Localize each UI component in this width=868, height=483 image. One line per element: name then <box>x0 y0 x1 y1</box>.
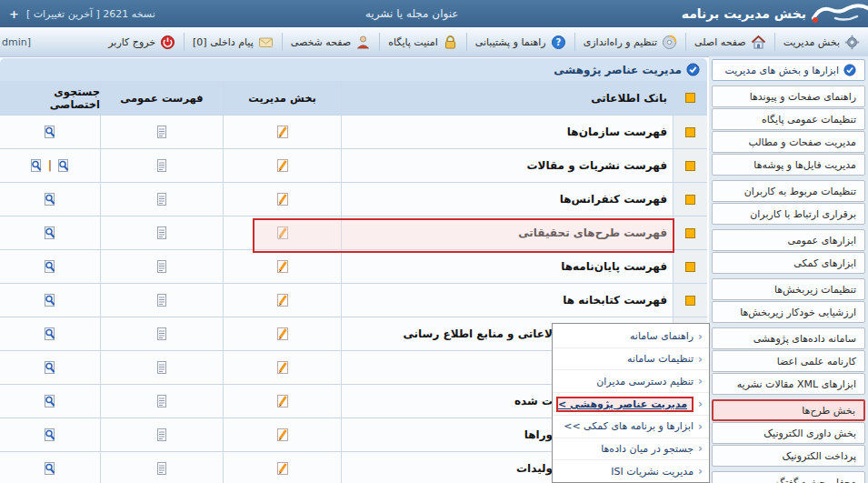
search-doc-icon[interactable] <box>29 158 44 173</box>
sidebar-item-projects-section[interactable]: بخش طرح‌ها <box>712 399 865 421</box>
search-doc-icon[interactable] <box>43 226 57 240</box>
edit-icon[interactable] <box>275 293 290 307</box>
edit-cell[interactable] <box>223 149 341 183</box>
document-icon[interactable] <box>155 192 169 206</box>
sidebar-item-files-folders[interactable]: مدیریت فایل‌ها و پوشه‌ها <box>712 154 865 176</box>
document-icon[interactable] <box>155 259 169 274</box>
sidebar-item-xml-tools[interactable]: ابزارهای XML مقالات نشریه <box>712 373 865 395</box>
search-cell[interactable] <box>0 351 100 385</box>
sidebar-item-auxiliary-tools[interactable]: ابزارهای کمکی <box>712 252 865 274</box>
version-text[interactable]: نسخه 2621 [ آخرین تغییرات ] <box>26 8 155 20</box>
search-cell[interactable] <box>0 385 100 418</box>
toolbar-item-internal-messages[interactable]: پیام داخلی [0] <box>184 33 282 51</box>
edit-cell[interactable] <box>223 385 341 418</box>
search-doc-icon[interactable] <box>43 259 57 274</box>
public-list-cell[interactable] <box>100 183 223 216</box>
table-row-label[interactable]: فهرست نشریات و مقالات <box>341 149 673 183</box>
edit-icon[interactable] <box>275 461 290 476</box>
table-row-label[interactable]: فهرست کنفرانس‌ها <box>341 183 673 216</box>
sidebar-item-general-tools[interactable]: ابزارهای عمومی <box>712 229 865 251</box>
sidebar-item-tools-sections[interactable]: ابزارها و بخش های مدیریت <box>712 59 865 81</box>
search-cell[interactable] <box>0 317 100 351</box>
menu-item-system-help[interactable]: ‹ راهنمای سامانه <box>553 326 709 347</box>
sidebar-item-subsection-evaluation[interactable]: ارزشیابی خودکار زیربخش‌ها <box>712 301 865 323</box>
toolbar-item-management-section[interactable]: بخش مدیریت <box>774 33 868 51</box>
document-icon[interactable] <box>155 327 169 341</box>
document-icon[interactable] <box>155 125 169 139</box>
sidebar-item-pages-links-guide[interactable]: راهنمای صفحات و پیوندها <box>712 86 865 107</box>
search-cell[interactable]: | <box>0 149 100 183</box>
toolbar-item-setup[interactable]: تنظیم و راه‌اندازی <box>574 33 685 51</box>
sidebar-item-user-settings[interactable]: تنظیمات مربوط به کاربران <box>712 180 865 202</box>
sidebar-item-members-cv[interactable]: کارنامه علمی اعضا <box>712 350 865 372</box>
search-cell[interactable] <box>0 116 100 149</box>
edit-icon[interactable] <box>275 428 290 442</box>
sidebar-item-general-settings[interactable]: تنظیمات عمومی پایگاه <box>712 108 865 130</box>
search-doc-icon[interactable] <box>43 360 57 375</box>
search-cell[interactable] <box>0 250 100 284</box>
table-row-research-projects[interactable]: فهرست طرح‌های تحقیقاتی <box>341 216 673 250</box>
search-cell[interactable] <box>0 284 100 317</box>
edit-cell[interactable] <box>223 317 341 351</box>
edit-icon[interactable] <box>275 158 290 173</box>
edit-cell[interactable] <box>223 418 341 452</box>
table-row-databank[interactable]: بانک اطلاعاتی <box>341 81 673 116</box>
edit-cell[interactable] <box>223 452 341 483</box>
toolbar-item-logout[interactable]: خروج کاربر <box>100 33 184 51</box>
public-list-cell[interactable] <box>100 116 223 149</box>
edit-cell[interactable] <box>223 116 341 149</box>
search-doc-icon[interactable] <box>43 428 57 442</box>
search-doc-icon[interactable] <box>43 192 57 206</box>
public-list-cell[interactable] <box>100 351 223 385</box>
menu-item-auxiliary-tools[interactable]: ‹ ابزارها و برنامه های کمکی >> <box>553 415 709 438</box>
sidebar-item-subsection-settings[interactable]: تنظیمات زیربخش‌ها <box>712 278 865 300</box>
edit-icon[interactable] <box>275 327 290 341</box>
search-doc-icon[interactable] <box>43 125 57 139</box>
menu-item-isi-journals[interactable]: ‹ مدیریت نشریات ISI <box>553 459 709 482</box>
sidebar-item-electronic-payment[interactable]: پرداخت الکترونیک <box>712 445 865 467</box>
edit-icon[interactable] <box>275 394 290 408</box>
public-list-cell[interactable] <box>100 284 223 317</box>
menu-item-data-search[interactable]: ‹ جستجو در میان داده‌ها <box>553 438 709 460</box>
document-icon[interactable] <box>155 394 169 408</box>
public-list-cell[interactable] <box>100 149 223 183</box>
document-icon[interactable] <box>155 428 169 442</box>
toolbar-item-personal-page[interactable]: صفحه شخصی <box>282 33 379 51</box>
search-cell[interactable] <box>0 452 100 483</box>
public-list-cell[interactable] <box>100 216 223 250</box>
edit-cell[interactable] <box>223 183 341 216</box>
public-list-cell[interactable] <box>100 317 223 351</box>
expand-plus-button[interactable]: + <box>9 7 19 21</box>
search-doc-icon[interactable] <box>43 461 57 476</box>
sidebar-item-electronic-review[interactable]: بخش داوری الکترونیک <box>712 422 865 444</box>
toolbar-item-home[interactable]: صفحه اصلی <box>685 33 774 51</box>
edit-cell[interactable] <box>223 284 341 317</box>
public-list-cell[interactable] <box>100 418 223 452</box>
table-row-label[interactable]: فهرست کتابخانه ها <box>341 284 673 317</box>
document-icon[interactable] <box>155 461 169 476</box>
document-icon[interactable] <box>155 293 169 307</box>
edit-icon[interactable] <box>275 360 290 375</box>
edit-cell[interactable] <box>223 216 341 250</box>
sidebar-item-pages-content[interactable]: مدیریت صفحات و مطالب <box>712 131 865 153</box>
document-icon[interactable] <box>155 360 169 375</box>
edit-icon[interactable] <box>275 125 290 139</box>
toolbar-item-help-support[interactable]: راهنما و پشتیبانی <box>466 33 574 51</box>
sidebar-item-discussion-forum[interactable]: محفل بحث و گفتگو <box>712 471 865 483</box>
sidebar-item-research-data-system[interactable]: سامانه داده‌های پژوهشی <box>712 327 865 349</box>
edit-cell[interactable] <box>223 250 341 284</box>
sidebar-item-user-communication[interactable]: برقراری ارتباط با کاربران <box>712 203 865 225</box>
search-doc-icon[interactable] <box>43 293 57 307</box>
search-cell[interactable] <box>0 216 100 250</box>
search-doc-icon[interactable] <box>56 158 71 173</box>
edit-icon[interactable] <box>275 192 290 206</box>
search-doc-icon[interactable] <box>43 327 57 341</box>
edit-icon[interactable] <box>275 259 290 274</box>
document-icon[interactable] <box>155 226 169 240</box>
public-list-cell[interactable] <box>100 250 223 284</box>
search-doc-icon[interactable] <box>43 394 57 408</box>
edit-cell[interactable] <box>223 351 341 385</box>
table-row-label[interactable]: فهرست پایان‌نامه‌ها <box>341 250 673 284</box>
edit-icon[interactable] <box>275 226 290 240</box>
table-row-label[interactable]: فهرست سازمان‌ها <box>341 116 673 149</box>
